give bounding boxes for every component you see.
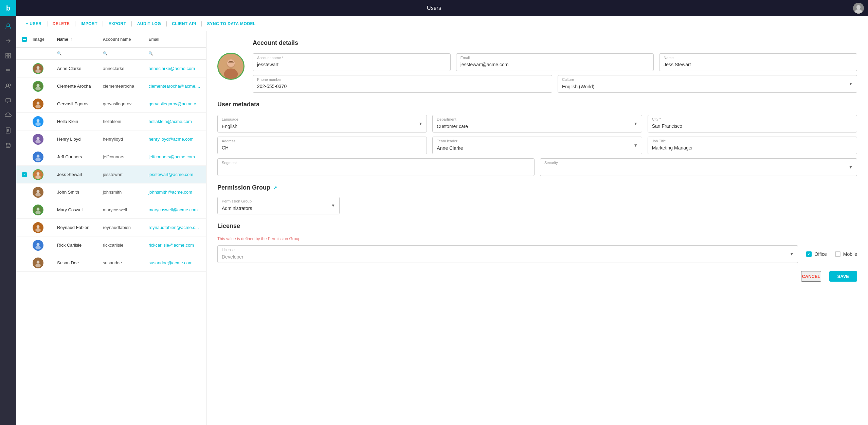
table-row[interactable]: John Smith johnsmith johnsmith@acme.com	[16, 183, 206, 201]
office-checkbox[interactable]: ✓	[806, 251, 812, 257]
row-account: hellaklein	[103, 119, 149, 124]
row-account: henrylloyd	[103, 137, 149, 142]
svg-rect-6	[6, 56, 8, 58]
team-leader-field[interactable]: Team leader Anne Clarke ▼	[432, 137, 642, 154]
culture-field[interactable]: Culture English (World) ▼	[558, 75, 857, 93]
email-search-icon: 🔍	[148, 51, 153, 56]
sidebar-icon-grid[interactable]	[1, 49, 15, 63]
row-account: reynaudfabien	[103, 225, 149, 230]
select-all-checkbox[interactable]	[19, 37, 30, 42]
row-avatar	[30, 187, 57, 198]
svg-point-38	[37, 208, 40, 211]
svg-point-33	[35, 175, 41, 179]
table-row[interactable]: Clemente Arocha clementearocha clementea…	[16, 77, 206, 95]
table-row[interactable]: Susan Doe susandoe susandoe@acme.com	[16, 254, 206, 272]
phone-field[interactable]: Phone number 202-555-0370	[253, 75, 552, 93]
svg-point-17	[37, 84, 40, 87]
svg-point-26	[37, 137, 40, 140]
row-account: marycoswell	[103, 207, 149, 212]
account-details-title: Account details	[253, 39, 857, 47]
license-section: License This value is defined by the Per…	[217, 223, 857, 263]
col-image-header: Image	[30, 37, 57, 42]
email-field[interactable]: Email jesstewart@acme.com	[456, 53, 654, 71]
table-row[interactable]: ✓ Jess Stewart jesstewart jesstewart@acm…	[16, 166, 206, 183]
sidebar-icon-cloud[interactable]	[1, 109, 15, 122]
sync-button[interactable]: SYNC TO DATA MODEL	[203, 21, 260, 26]
permission-section: Permission Group ↗ Permission Group Admi…	[217, 184, 857, 214]
col-email-header: Email	[148, 37, 203, 42]
sidebar-icon-list[interactable]	[1, 64, 15, 77]
delete-button[interactable]: DELETE	[49, 21, 74, 26]
svg-point-51	[224, 68, 238, 79]
sidebar-icon-users[interactable]	[1, 19, 15, 33]
app-logo: b	[0, 0, 16, 16]
row-name: Rick Carlisle	[57, 243, 103, 248]
city-field[interactable]: City * San Francisco	[648, 115, 857, 132]
license-field[interactable]: License Developer ▼	[217, 245, 798, 263]
job-title-field[interactable]: Job Title Marketing Manager	[648, 137, 857, 154]
name-field[interactable]: Name Jess Stewart	[659, 53, 857, 71]
save-button[interactable]: SAVE	[829, 271, 857, 282]
sidebar-icon-chat[interactable]	[1, 94, 15, 107]
row-account: johnsmith	[103, 190, 149, 195]
sidebar-icon-people[interactable]	[1, 79, 15, 92]
row-name: Susan Doe	[57, 260, 103, 265]
sort-arrow-icon: ↑	[71, 37, 73, 42]
account-name-field[interactable]: Account name * jesstewart	[253, 53, 451, 71]
table-row[interactable]: Hella Klein hellaklein hellaklein@acme.c…	[16, 113, 206, 130]
sidebar-icon-report[interactable]	[1, 124, 15, 137]
table-row[interactable]: Anne Clarke anneclarke anneclarke@acme.c…	[16, 60, 206, 77]
address-field[interactable]: Address CH	[217, 137, 427, 154]
mobile-checkbox[interactable]	[835, 251, 840, 257]
metadata-section: User metadata Language English ▼	[217, 101, 857, 176]
row-account: jesstewart	[103, 172, 149, 177]
segment-field[interactable]: Segment	[217, 158, 535, 176]
table-row[interactable]: Mary Coswell marycoswell marycoswell@acm…	[16, 201, 206, 219]
metadata-title: User metadata	[217, 101, 857, 108]
sidebar-icon-share[interactable]	[1, 34, 15, 48]
avatar[interactable]	[853, 3, 864, 14]
svg-point-20	[37, 102, 40, 105]
office-checkbox-field[interactable]: ✓ Office	[806, 249, 827, 260]
svg-point-8	[6, 84, 8, 86]
phone-culture-fields: Phone number 202-555-0370 Culture Englis…	[253, 75, 857, 93]
row-name: Jess Stewart	[57, 172, 103, 177]
audit-log-button[interactable]: AUDIT LOG	[133, 21, 165, 26]
department-field[interactable]: Department Customer care ▼	[432, 115, 642, 132]
name-search[interactable]: 🔍	[57, 51, 103, 56]
row-email: henrylloyd@acme.com	[148, 137, 203, 142]
row-checkbox[interactable]: ✓	[19, 172, 30, 177]
import-button[interactable]: IMPORT	[76, 21, 102, 26]
row-email: clementearocha@acme....	[148, 84, 203, 89]
language-field[interactable]: Language English ▼	[217, 115, 427, 132]
row-name: Jeff Connors	[57, 154, 103, 159]
security-dropdown-icon: ▼	[849, 165, 853, 170]
svg-point-52	[227, 59, 235, 67]
export-button[interactable]: EXPORT	[104, 21, 130, 26]
table-row[interactable]: Reynaud Fabien reynaudfabien reynaudfabi…	[16, 219, 206, 236]
account-search[interactable]: 🔍	[103, 51, 149, 56]
client-api-button[interactable]: CLIENT API	[168, 21, 200, 26]
add-user-button[interactable]: + USER	[22, 21, 46, 26]
mobile-checkbox-field[interactable]: Mobile	[835, 249, 857, 260]
table-row[interactable]: Henry Lloyd henrylloyd henrylloyd@acme.c…	[16, 130, 206, 148]
table-row[interactable]: Gervasii Egorov gervasiiegorov gervasiie…	[16, 95, 206, 113]
svg-point-15	[35, 69, 41, 73]
svg-point-24	[35, 122, 41, 126]
col-name-header[interactable]: Name ↑	[57, 37, 103, 42]
row-email: anneclarke@acme.com	[148, 66, 203, 71]
cancel-button[interactable]: CANCEL	[801, 271, 821, 282]
permission-group-field[interactable]: Permission Group Administrators ▼	[217, 197, 340, 214]
table-row[interactable]: Rick Carlisle rickcarlisle rickcarlisle@…	[16, 236, 206, 254]
row-email: johnsmith@acme.com	[148, 190, 203, 195]
email-search[interactable]: 🔍	[148, 51, 203, 56]
row-email: hellaklein@acme.com	[148, 119, 203, 124]
table-header: Image Name ↑ Account name Email	[16, 31, 206, 48]
security-field[interactable]: Security ▼	[540, 158, 857, 176]
license-dropdown-icon: ▼	[790, 252, 794, 256]
external-link-icon[interactable]: ↗	[273, 185, 277, 191]
table-row[interactable]: Jeff Connors jeffconnors jeffconnors@acm…	[16, 148, 206, 166]
sidebar-icon-database[interactable]	[1, 139, 15, 152]
svg-point-35	[37, 190, 40, 193]
row-avatar	[30, 205, 57, 215]
